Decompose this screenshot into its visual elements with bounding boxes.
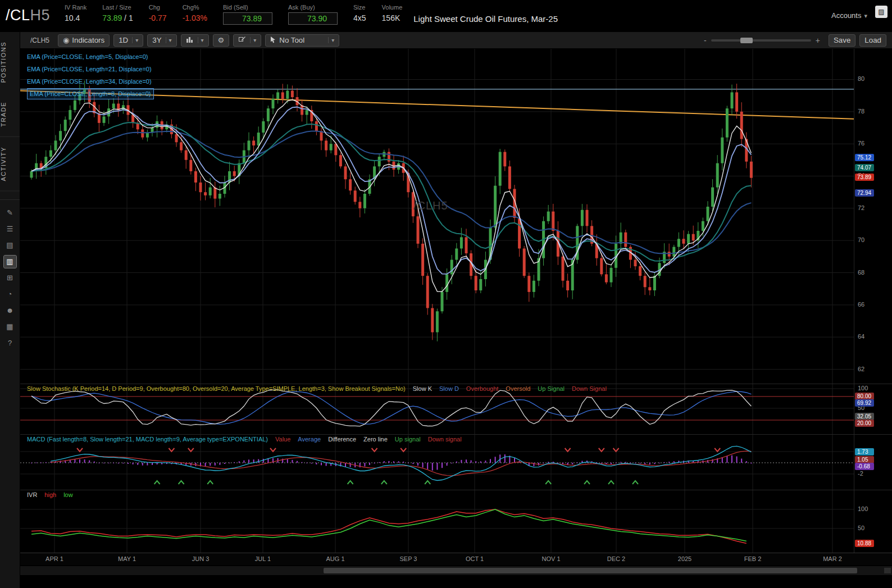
study-title[interactable]: Slow Stochastic (K Period=14, D Period=9… [27, 385, 406, 392]
quote-field-chg: Chg-0.77 [149, 2, 167, 25]
sidebar-tab-trade[interactable]: TRADE [0, 92, 20, 137]
quote-field-size: Size4x5 [353, 2, 366, 25]
drawing-layers-icon [238, 36, 246, 44]
symbol-month-code: H5 [30, 7, 51, 24]
panel-toggle-button[interactable]: ▨ [875, 6, 888, 18]
active-tool-dropdown[interactable]: No Tool ▾ [265, 34, 339, 47]
time-axis-label: MAY 1 [118, 555, 136, 562]
legend-item: Zero line [363, 436, 388, 443]
symbol-title: /CLH5 [6, 7, 50, 24]
chart-type-dropdown[interactable]: ▾ [181, 34, 209, 47]
quote-field-iv-rank: IV Rank10.4 [65, 2, 87, 25]
apps-grid-icon[interactable]: ⊞ [4, 272, 16, 284]
list-icon[interactable]: ☰ [4, 223, 16, 235]
chevron-down-icon: ▾ [864, 12, 867, 19]
calendar-icon[interactable]: ▦ [4, 321, 16, 333]
ema-study-label[interactable]: EMA (Price=CLOSE, Length=34, Displace=0) [27, 75, 154, 88]
accounts-menu[interactable]: Accounts▾ [831, 11, 867, 20]
time-axis-label: OCT 1 [466, 555, 484, 562]
load-button[interactable]: Load [859, 34, 886, 47]
scrollbar-thumb[interactable] [324, 568, 857, 573]
bar-chart-icon [186, 36, 194, 44]
timeframe-dropdown[interactable]: 1D▾ [113, 34, 143, 47]
study-labels: EMA (Price=CLOSE, Length=5, Displace=0)E… [27, 51, 154, 100]
orders-icon[interactable]: ▤ [4, 239, 16, 252]
legend-item: high [44, 491, 56, 498]
time-axis-label: SEP 3 [400, 555, 417, 562]
quote-field-bid-sell-: Bid (Sell)73.89 [223, 2, 272, 25]
help-icon[interactable]: ? [4, 337, 16, 349]
chevron-down-icon: ▾ [328, 37, 334, 43]
quote-header: /CLH5 IV Rank10.4Last / Size73.89 / 1Chg… [0, 0, 892, 32]
ema-study-label[interactable]: EMA (Price=CLOSE, Length=5, Displace=0) [27, 51, 154, 63]
symbol-root: /CL [6, 7, 30, 24]
study-title[interactable]: IVR [27, 491, 37, 498]
axis-tick: 76 [858, 140, 864, 147]
macd-axis: 20-21.731.05-0.68 [854, 435, 892, 490]
quote-field-last-size: Last / Size73.89 / 1 [102, 2, 133, 25]
time-axis-label: DEC 2 [607, 555, 625, 562]
price-chart-panel: 8078767472706866646275.1274.0773.8972.94… [20, 49, 892, 384]
quote-field-volume: Volume156K [382, 2, 403, 25]
chart-icon[interactable]: ▥ [4, 256, 16, 268]
price-bubble: 69.92 [855, 399, 874, 407]
chevron-down-icon: ▾ [250, 37, 256, 43]
axis-tick: 64 [858, 333, 864, 340]
cursor-icon [270, 36, 276, 45]
stochastic-panel: 1005080.0069.9232.0520.00 Slow Stochasti… [20, 384, 892, 434]
gauge-icon: ◉ [63, 36, 69, 44]
chevron-down-icon: ▾ [198, 37, 204, 43]
legend-item: Slow D [439, 385, 459, 392]
range-dropdown[interactable]: 3Y▾ [147, 34, 176, 47]
chart-symbol-tab[interactable]: /CLH5 [26, 35, 54, 45]
horizontal-scrollbar[interactable] [20, 566, 892, 575]
ema-study-label[interactable]: EMA (Price=CLOSE, Length=21, Displace=0) [27, 63, 154, 75]
sidebar-tab-positions[interactable]: POSITIONS [0, 32, 20, 92]
ivr-panel: 1005010.88 IVRhighlow [20, 490, 892, 553]
scrollbar-end-button[interactable] [884, 568, 891, 573]
zoom-in-button[interactable]: + [816, 36, 820, 45]
chevron-down-icon: ▾ [132, 37, 138, 43]
axis-tick: -2 [858, 470, 863, 477]
price-bubble: 74.07 [855, 164, 874, 171]
quote-field-ask-buy-: Ask (Buy)73.90 [288, 2, 338, 25]
drawing-tools-dropdown[interactable]: ▾ [233, 34, 261, 47]
sidebar-tab-activity[interactable]: ACTIVITY [0, 137, 20, 192]
ivr-canvas[interactable] [20, 490, 854, 553]
quote-field-chg-: Chg%-1.03% [183, 2, 207, 25]
axis-tick: 100 [858, 385, 868, 391]
macd-canvas[interactable] [20, 435, 854, 490]
time-axis-label: APR 1 [45, 555, 63, 562]
chart-settings-button[interactable]: ⚙ [213, 34, 230, 47]
gear-icon: ⚙ [218, 36, 225, 44]
save-button[interactable]: Save [829, 34, 855, 47]
legend-item: Down Signal [572, 385, 607, 392]
legend-item: Difference [328, 436, 356, 443]
clock-icon[interactable]: ◔ [4, 288, 16, 300]
time-axis-label: MAR 2 [823, 555, 842, 562]
price-bubble: 10.88 [855, 540, 874, 547]
price-bubble: 73.89 [855, 174, 874, 181]
legend-item: Slow K [413, 385, 432, 392]
legend-item: Up Signal [538, 385, 565, 392]
chevron-down-icon: ▾ [166, 37, 172, 43]
macd-label: MACD (Fast length=8, Slow length=21, MAC… [27, 436, 462, 443]
zoom-slider-thumb[interactable] [740, 38, 753, 43]
notes-icon[interactable]: ✎ [4, 207, 16, 219]
zoom-slider[interactable] [711, 39, 811, 42]
time-axis-label: NOV 1 [541, 555, 560, 562]
indicators-button[interactable]: ◉ Indicators [58, 34, 110, 47]
chart-watermark: /CLH5 [413, 199, 448, 212]
price-axis[interactable]: 8078767472706866646275.1274.0773.8972.94 [854, 49, 892, 384]
contract-description: Light Sweet Crude Oil Futures, Mar-25 [413, 14, 558, 24]
axis-tick: 50 [858, 525, 864, 531]
axis-tick: 78 [858, 108, 864, 115]
price-bubble: 20.00 [855, 420, 874, 427]
time-axis-label: 2025 [678, 555, 691, 562]
people-icon[interactable]: ☻ [4, 304, 16, 317]
study-title[interactable]: MACD (Fast length=8, Slow length=21, MAC… [27, 436, 268, 443]
time-axis-label: JUN 3 [192, 555, 210, 562]
zoom-out-button[interactable]: - [704, 36, 707, 45]
ema-study-label[interactable]: EMA (Price=CLOSE, Length=8, Displace=0) [27, 88, 154, 99]
axis-tick: 62 [858, 366, 864, 372]
